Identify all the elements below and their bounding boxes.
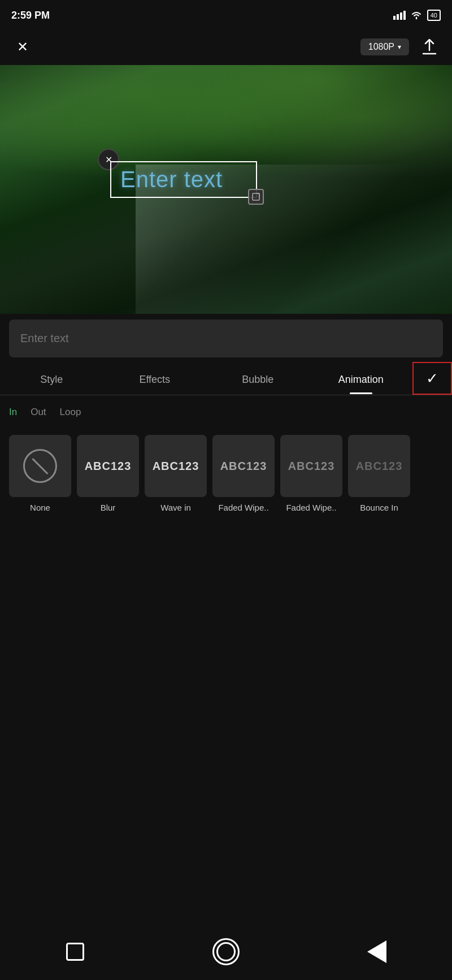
video-preview: ✕ Enter text — [0, 65, 452, 314]
signal-icon — [393, 11, 406, 20]
animation-label-blur: Blur — [101, 503, 116, 512]
svg-rect-0 — [393, 16, 395, 20]
nav-recent-button[interactable] — [361, 936, 392, 968]
animation-thumb-wave-in: ABC123 — [145, 435, 207, 497]
animation-label-faded-wipe-2: Faded Wipe.. — [286, 503, 336, 512]
resolution-button[interactable]: 1080P ▾ — [360, 38, 409, 55]
resolution-text: 1080P — [368, 42, 394, 52]
chevron-down-icon: ▾ — [398, 43, 401, 51]
animation-grid: None ABC123 Blur ABC123 Wave in ABC123 F… — [0, 426, 452, 521]
animation-label-faded-wipe-1: Faded Wipe.. — [218, 503, 268, 512]
confirm-icon: ✓ — [426, 370, 438, 387]
wifi-icon — [410, 11, 423, 20]
none-icon — [23, 449, 57, 483]
tab-style[interactable]: Style — [0, 364, 103, 394]
animation-item-bounce-in[interactable]: ABC123 Bounce In — [348, 435, 410, 512]
subtab-loop[interactable]: Loop — [60, 407, 81, 420]
battery-icon: 40 — [427, 10, 441, 21]
animation-abc-wave-in: ABC123 — [153, 460, 199, 473]
export-button[interactable] — [418, 36, 441, 58]
animation-abc-faded-1: ABC123 — [220, 460, 267, 473]
animation-item-faded-wipe-2[interactable]: ABC123 Faded Wipe.. — [280, 435, 342, 512]
svg-rect-1 — [397, 14, 399, 20]
text-overlay-box[interactable]: Enter text — [110, 161, 257, 198]
animation-thumb-none — [9, 435, 71, 497]
animation-abc-blur: ABC123 — [85, 460, 132, 473]
nav-triangle-icon — [367, 940, 386, 963]
toolbar-right: 1080P ▾ — [360, 36, 441, 58]
close-icon: ✕ — [17, 39, 28, 55]
animation-label-bounce-in: Bounce In — [360, 503, 398, 512]
svg-rect-2 — [400, 12, 402, 20]
animation-abc-faded-2: ABC123 — [288, 460, 335, 473]
text-input-field[interactable] — [9, 320, 443, 357]
tab-bubble[interactable]: Bubble — [206, 364, 310, 394]
text-input-area — [0, 320, 452, 357]
resize-handle[interactable] — [248, 189, 264, 205]
close-button[interactable]: ✕ — [11, 36, 34, 58]
status-time: 2:59 PM — [11, 10, 50, 21]
animation-thumb-faded-wipe-1: ABC123 — [212, 435, 275, 497]
confirm-button[interactable]: ✓ — [412, 362, 452, 395]
animation-subtabs: In Out Loop — [0, 395, 452, 426]
subtab-out[interactable]: Out — [31, 407, 46, 420]
animation-item-none[interactable]: None — [9, 435, 71, 512]
subtab-in[interactable]: In — [9, 407, 17, 420]
animation-item-blur[interactable]: ABC123 Blur — [77, 435, 139, 512]
export-icon — [422, 39, 437, 55]
animation-label-wave-in: Wave in — [160, 503, 191, 512]
animation-item-wave-in[interactable]: ABC123 Wave in — [145, 435, 207, 512]
svg-rect-3 — [403, 11, 406, 20]
animation-label-none: None — [30, 503, 50, 512]
animation-thumb-faded-wipe-2: ABC123 — [280, 435, 342, 497]
tab-effects[interactable]: Effects — [103, 364, 207, 394]
status-bar: 2:59 PM 40 — [0, 0, 452, 28]
nav-square-icon — [66, 943, 84, 961]
animation-abc-bounce-in: ABC123 — [356, 460, 403, 473]
text-overlay-label: Enter text — [120, 167, 223, 192]
tab-animation[interactable]: Animation — [310, 364, 413, 394]
text-overlay-container[interactable]: ✕ Enter text — [110, 161, 257, 198]
status-icons: 40 — [393, 10, 441, 21]
resize-icon — [252, 193, 260, 201]
nav-home-button[interactable] — [210, 936, 241, 968]
animation-thumb-bounce-in: ABC123 — [348, 435, 410, 497]
nav-circle-icon — [212, 938, 240, 965]
svg-rect-6 — [253, 193, 259, 200]
bottom-nav — [0, 929, 452, 980]
top-toolbar: ✕ 1080P ▾ — [0, 28, 452, 65]
animation-item-faded-wipe-1[interactable]: ABC123 Faded Wipe.. — [212, 435, 275, 512]
nav-back-button[interactable] — [60, 936, 91, 968]
tabs-container: Style Effects Bubble Animation ✓ — [0, 362, 452, 395]
animation-thumb-blur: ABC123 — [77, 435, 139, 497]
